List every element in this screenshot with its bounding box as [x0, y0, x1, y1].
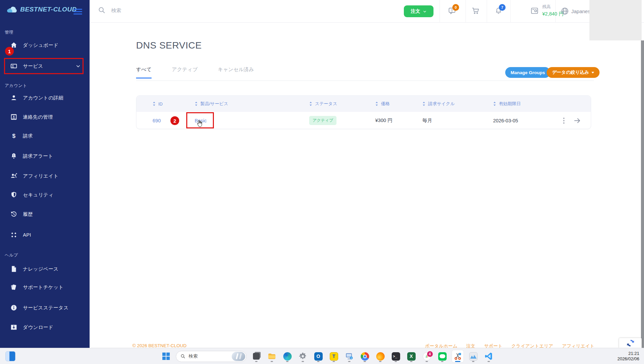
balance-widget[interactable]: 残高 ¥2,840 円 [530, 4, 564, 17]
taskbar-app-text-editor[interactable]: T [328, 350, 340, 362]
footer-link-client-area[interactable]: クライアントエリア [511, 343, 553, 348]
footer-copyright: © 2026 BESTNET-CLOUD [132, 343, 187, 348]
sidebar-item-billing-alerts[interactable]: 請求アラート [10, 150, 53, 162]
column-header-status[interactable]: ステータス [293, 101, 359, 107]
taskbar-app-line[interactable] [437, 350, 448, 362]
history-icon [10, 210, 18, 218]
svg-text:$: $ [12, 132, 15, 139]
taskbar-app-snipping-tool[interactable] [452, 350, 463, 362]
cycle-cell: 毎月 [406, 117, 477, 124]
sidebar-item-security[interactable]: セキュリティ [10, 189, 54, 201]
tab-cancelled[interactable]: キャンセル済み [218, 66, 254, 79]
column-header-id[interactable]: ID [136, 101, 179, 107]
column-header-expiry[interactable]: 有効期限日 [477, 101, 544, 107]
sidebar-item-history[interactable]: 履歴 [10, 208, 33, 220]
sidebar-item-billing[interactable]: $ 請求 [10, 130, 33, 142]
taskbar-app-slack[interactable]: #4 [421, 350, 432, 362]
footer-links: ポータルホーム 注文 サポート クライアントエリア アフィリエイト [425, 343, 594, 348]
sidebar-item-contacts[interactable]: 連絡先の管理 [10, 111, 53, 123]
cart-button[interactable] [472, 7, 480, 16]
slack-badge: 4 [427, 351, 433, 357]
search-icon [98, 6, 106, 14]
taskbar-app-file-explorer[interactable] [266, 350, 278, 362]
recaptcha-badge [619, 338, 642, 348]
row-menu-icon[interactable] [563, 118, 565, 124]
chevron-down-icon[interactable] [75, 63, 81, 69]
task-view-button[interactable] [251, 350, 262, 362]
person-icon [10, 94, 18, 101]
taskbar-clock[interactable]: 21:21 2026/02/06 [617, 351, 639, 362]
taskbar-app-chrome[interactable] [359, 350, 371, 362]
main-content: DNS SERVICE すべて アクティブ キャンセル済み Manage Gro… [90, 23, 644, 348]
global-search-input[interactable] [111, 7, 253, 13]
taskbar-app-vscode[interactable] [483, 350, 494, 362]
app-title: BESTNET-CLOUD [20, 6, 77, 13]
sidebar-item-affiliate[interactable]: アフィリエイト [10, 170, 59, 182]
price-cell: ¥300 円 [359, 117, 406, 124]
section-label-account: アカウント [5, 83, 27, 89]
shield-icon [10, 191, 18, 199]
chrome-icon [361, 352, 369, 361]
terminal-icon: >_ [392, 352, 400, 361]
filter-data-button[interactable]: データの絞り込み [547, 67, 600, 78]
widgets-button[interactable] [5, 351, 15, 361]
sidebar-item-services[interactable]: サービス [10, 60, 43, 72]
search-icon [180, 354, 186, 359]
order-button[interactable]: 注文 [404, 5, 433, 17]
hand-cursor-icon [196, 120, 203, 128]
footer-link-portal-home[interactable]: ポータルホーム [425, 343, 457, 348]
sort-icon [153, 101, 156, 106]
wallet-icon [530, 6, 539, 15]
contacts-icon [10, 113, 18, 121]
clock-time: 21:21 [617, 351, 639, 356]
taskbar-app-excel[interactable]: X [406, 350, 417, 362]
sidebar: BESTNET-CLOUD 管理 アカウント ヘルプ ダッシュボード サービス … [0, 0, 90, 348]
sidebar-item-dashboard[interactable]: ダッシュボード [10, 39, 59, 51]
sidebar-item-downloads[interactable]: ダウンロード [10, 322, 54, 333]
messages-badge: 0 [452, 4, 459, 11]
page-title: DNS SERVICE [136, 40, 202, 51]
services-icon [10, 62, 18, 70]
excel-icon: X [407, 352, 416, 361]
taskbar-app-settings[interactable] [297, 350, 309, 362]
taskbar-app-system[interactable]: x [344, 350, 355, 362]
footer-link-support[interactable]: サポート [484, 343, 503, 348]
footer-link-affiliate[interactable]: アフィリエイト [562, 343, 594, 348]
section-label-management: 管理 [5, 30, 13, 35]
sidebar-item-knowledgebase[interactable]: ナレッジベース [10, 263, 59, 275]
taskbar-app-outlook[interactable]: O [313, 350, 324, 362]
vscode-icon [484, 352, 493, 361]
sidebar-item-account-details[interactable]: アカウントの詳細 [10, 92, 63, 103]
manage-groups-button[interactable]: Manage Groups [505, 67, 550, 78]
globe-icon [560, 7, 569, 16]
notifications-button[interactable]: 7 [494, 7, 503, 16]
column-header-cycle[interactable]: 請求サイクル [406, 101, 477, 107]
taskbar-search[interactable]: 検索 [176, 351, 247, 362]
language-selector[interactable]: Japanese [560, 7, 593, 16]
sidebar-item-service-status[interactable]: サービスステータス [10, 302, 69, 313]
menu-toggle-icon[interactable] [73, 7, 82, 16]
cloud-logo-icon [6, 5, 18, 13]
column-header-price[interactable]: 価格 [359, 101, 406, 107]
expiry-cell: 2026-03-05 [477, 118, 544, 123]
app-logo[interactable]: BESTNET-CLOUD [6, 5, 77, 13]
computer-icon: x [345, 352, 354, 361]
taskbar-app-edge[interactable] [282, 350, 293, 362]
sidebar-item-support-tickets[interactable]: サポートチケット [10, 281, 64, 293]
footer-link-order[interactable]: 注文 [466, 343, 475, 348]
chevron-down-icon [423, 9, 427, 13]
start-button[interactable] [160, 350, 172, 362]
open-service-arrow-icon[interactable] [573, 117, 581, 125]
taskbar-app-photos[interactable] [468, 350, 479, 362]
sidebar-item-api[interactable]: API [10, 229, 31, 241]
page-scrollbar[interactable] [641, 40, 644, 348]
taskbar-app-firefox[interactable] [375, 350, 386, 362]
tab-all[interactable]: すべて [136, 66, 152, 79]
slack-icon: #4 [423, 352, 431, 361]
messages-button[interactable]: 0 [448, 7, 456, 16]
service-id-link[interactable]: 690 [153, 118, 161, 123]
photos-icon [469, 352, 478, 361]
taskbar-app-terminal[interactable]: >_ [390, 350, 401, 362]
tab-active[interactable]: アクティブ [172, 66, 198, 79]
column-header-product[interactable]: 製品/サービス [179, 101, 293, 107]
